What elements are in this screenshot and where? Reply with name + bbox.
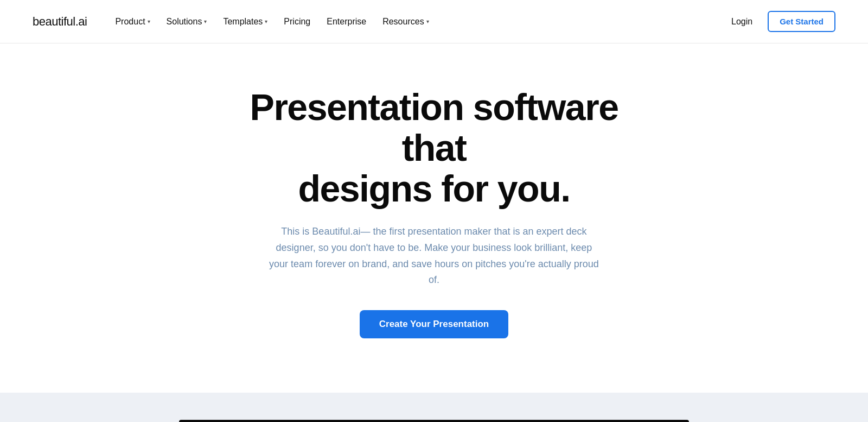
nav-link-templates[interactable]: Templates ▾ (216, 12, 274, 31)
nav-links: Product ▾ Solutions ▾ Templates ▾ Pricin… (108, 12, 435, 31)
hero-section: Presentation software that designs for y… (0, 43, 868, 393)
nav-link-resources[interactable]: Resources ▾ (376, 12, 435, 31)
navbar-right: Login Get Started (725, 11, 835, 32)
logo-text-main: beautiful (33, 15, 75, 28)
nav-item-product: Product ▾ (108, 12, 156, 31)
nav-link-product[interactable]: Product ▾ (108, 12, 156, 31)
login-button[interactable]: Login (725, 12, 759, 31)
chevron-down-icon: ▾ (204, 18, 207, 24)
nav-label-resources: Resources (382, 17, 424, 27)
nav-item-solutions: Solutions ▾ (160, 12, 214, 31)
nav-label-solutions: Solutions (167, 17, 202, 27)
hero-subtitle: This is Beautiful.ai— the first presenta… (266, 224, 602, 288)
chevron-down-icon: ▾ (426, 18, 429, 24)
navbar-left: beautiful.ai Product ▾ Solutions ▾ Templ… (33, 12, 436, 31)
get-started-button[interactable]: Get Started (768, 11, 835, 32)
hero-title: Presentation software that designs for y… (222, 87, 646, 209)
nav-link-solutions[interactable]: Solutions ▾ (160, 12, 214, 31)
create-presentation-button[interactable]: Create Your Presentation (360, 310, 509, 338)
logo-text-tld: .ai (75, 15, 87, 28)
lower-section (0, 393, 868, 422)
demo-preview (179, 420, 689, 422)
nav-item-resources: Resources ▾ (376, 12, 435, 31)
chevron-down-icon: ▾ (148, 18, 150, 24)
navbar: beautiful.ai Product ▾ Solutions ▾ Templ… (0, 0, 868, 43)
nav-link-enterprise[interactable]: Enterprise (320, 12, 373, 31)
nav-label-product: Product (115, 17, 145, 27)
nav-label-templates: Templates (223, 17, 263, 27)
logo[interactable]: beautiful.ai (33, 15, 87, 29)
nav-link-pricing[interactable]: Pricing (277, 12, 317, 31)
nav-item-templates: Templates ▾ (216, 12, 274, 31)
nav-label-pricing: Pricing (284, 17, 310, 27)
chevron-down-icon: ▾ (265, 18, 267, 24)
nav-label-enterprise: Enterprise (327, 17, 366, 27)
hero-title-line2: designs for you. (298, 168, 570, 209)
nav-item-enterprise: Enterprise (320, 12, 373, 31)
hero-title-line1: Presentation software that (250, 86, 618, 168)
nav-item-pricing: Pricing (277, 12, 317, 31)
